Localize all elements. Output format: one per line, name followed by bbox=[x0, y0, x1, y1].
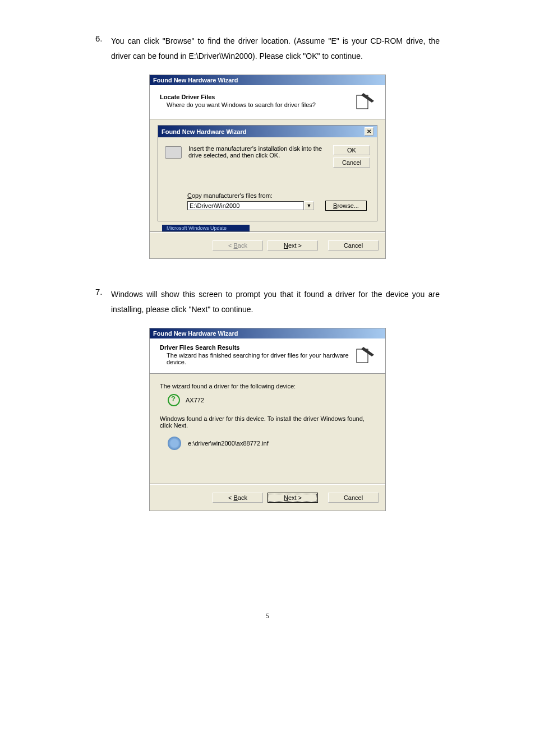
page-number: 5 bbox=[95, 612, 440, 620]
close-icon[interactable]: ✕ bbox=[365, 127, 373, 136]
faded-list-fragment: Microsoft Windows Update bbox=[162, 225, 250, 231]
step-text-7: Windows will show this screen to prompt … bbox=[111, 287, 440, 317]
search-results-dialog: Found New Hardware Wizard Driver Files S… bbox=[149, 328, 386, 511]
back-button[interactable]: < Back bbox=[213, 493, 263, 503]
driver-file-icon bbox=[168, 437, 181, 450]
inner-dialog-title: Found New Hardware Wizard bbox=[162, 128, 246, 135]
step-number-6: 6. bbox=[95, 34, 111, 63]
insert-disk-dialog: Found New Hardware Wizard ✕ Insert the m… bbox=[158, 125, 377, 221]
ok-button[interactable]: OK bbox=[333, 145, 370, 155]
path-input[interactable]: E:\Driver\Win2000 bbox=[187, 201, 304, 210]
locate-driver-dialog: Found New Hardware Wizard Locate Driver … bbox=[149, 75, 386, 259]
step-text-6: You can click "Browse" to find the drive… bbox=[111, 34, 440, 63]
browse-button[interactable]: Browse... bbox=[325, 201, 367, 211]
dialog-titlebar: Found New Hardware Wizard bbox=[150, 328, 385, 338]
found-driver-text: The wizard found a driver for the follow… bbox=[160, 383, 375, 389]
footer-cancel-button[interactable]: Cancel bbox=[328, 240, 379, 251]
step-number-7: 7. bbox=[95, 287, 111, 317]
wizard-icon bbox=[355, 345, 375, 365]
copy-from-label: Copy manufacturer's files from: bbox=[187, 192, 371, 199]
unknown-device-icon bbox=[168, 394, 179, 406]
combo-dropdown-icon[interactable]: ▼ bbox=[304, 201, 314, 210]
next-button[interactable]: Next > bbox=[268, 240, 318, 251]
dialog-subheading: The wizard has finished searching for dr… bbox=[167, 352, 355, 365]
dialog-heading: Driver Files Search Results bbox=[160, 344, 355, 351]
cancel-button[interactable]: Cancel bbox=[333, 157, 370, 168]
device-name: AX772 bbox=[186, 397, 204, 403]
dialog-heading: Locate Driver Files bbox=[160, 94, 316, 100]
wizard-icon bbox=[355, 91, 375, 111]
footer-cancel-button[interactable]: Cancel bbox=[328, 493, 379, 503]
insert-disk-message: Insert the manufacturer's installation d… bbox=[188, 145, 333, 170]
dialog-titlebar: Found New Hardware Wizard bbox=[150, 75, 385, 85]
driver-inf-path: e:\driver\win2000\ax88772.inf bbox=[188, 440, 269, 447]
dialog-subheading: Where do you want Windows to search for … bbox=[167, 101, 316, 108]
disk-icon bbox=[165, 146, 182, 159]
back-button: < Back bbox=[213, 240, 263, 251]
next-button[interactable]: Next > bbox=[268, 493, 318, 503]
install-instruction-text: Windows found a driver for this device. … bbox=[160, 415, 375, 429]
